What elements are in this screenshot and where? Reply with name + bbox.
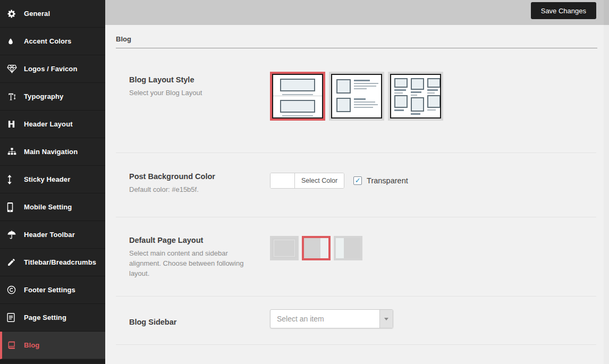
pencil-icon [7,258,20,267]
section-description: Default color: #e15b5f. [129,185,248,195]
color-picker-button[interactable]: Select Color [270,173,344,189]
vertical-scrollbar[interactable] [604,0,609,364]
scrollbar-thumb[interactable] [604,0,609,25]
sidebar-item-header-toolbar[interactable]: Header Toolbar [0,221,105,249]
section-default-page-layout: Default Page Layout Select main content … [116,217,596,297]
transparent-checkbox[interactable]: ✓ [353,176,362,185]
sidebar-item-logos-favicon[interactable]: Logos / Favicon [0,55,105,83]
select-color-label: Select Color [295,173,344,188]
umbrella-icon [7,230,20,240]
sidebar-item-blog[interactable]: Blog [0,332,105,359]
sidebar-next-item-partial [0,359,105,363]
sidebar-item-titlebar-breadcrumbs[interactable]: Titlebar/Breadcrumbs [0,249,105,276]
blog-layout-options [270,72,596,121]
mobile-icon [7,202,20,212]
sidebar-item-label: Main Navigation [24,148,78,156]
gem-icon [7,64,20,74]
arrows-vertical-icon [7,175,20,184]
panel-header: Blog [116,25,597,48]
sidebar-item-label: Accent Colors [24,37,71,45]
header-h-icon [7,120,20,129]
chevron-down-icon [384,318,388,320]
save-changes-button[interactable]: Save Changes [531,2,596,19]
page-layout-option-full-width[interactable] [270,236,299,260]
section-description: Select main content and sidebar alignmen… [129,249,248,279]
page-title: Blog [116,35,131,43]
sidebar-item-label: Footer Settings [24,286,75,294]
layout-thumbnail-grid [390,74,441,118]
blog-layout-option-large-image[interactable] [270,72,325,121]
droplet-icon [7,37,20,46]
topbar: Save Changes [105,0,604,25]
page-icon [7,313,20,323]
sidebar-item-header-layout[interactable]: Header Layout [0,111,105,138]
sidebar-item-label: Titlebar/Breadcrumbs [24,258,96,266]
transparent-label: Transparent [367,176,408,185]
section-description: Select your Blog Layout [129,88,248,98]
sidebar-item-label: Typography [24,92,63,100]
sidebar-item-label: Sticky Header [24,175,70,183]
blog-layout-option-grid[interactable] [388,72,443,121]
sitemap-icon [7,147,20,157]
settings-sidebar: General Accent Colors Logos / Favicon Ty… [0,0,105,364]
section-blog-sidebar: Blog Sidebar Select an item [116,297,596,345]
copyright-icon [7,285,20,295]
page-layout-option-sidebar-right[interactable] [302,236,331,260]
blog-sidebar-select[interactable]: Select an item [270,309,393,328]
section-control-column [270,217,596,296]
sidebar-item-general[interactable]: General [0,0,105,28]
sidebar-item-mobile-setting[interactable]: Mobile Setting [0,193,105,221]
sidebar-item-label: Header Layout [24,120,73,128]
section-label-column: Post Background Color Default color: #e1… [116,153,270,217]
sidebar-item-label: Mobile Setting [24,203,72,211]
blog-layout-option-medium-image[interactable] [329,72,384,121]
section-title: Default Page Layout [129,236,248,244]
section-label-column: Default Page Layout Select main content … [116,217,270,296]
section-post-background-color: Post Background Color Default color: #e1… [116,153,596,217]
page-layout-option-sidebar-left[interactable] [334,236,362,260]
sidebar-item-label: General [24,10,50,18]
gear-icon [7,9,20,19]
sidebar-item-label: Page Setting [24,314,66,321]
section-title: Blog Layout Style [129,75,248,84]
sidebar-item-label: Logos / Favicon [24,65,77,73]
section-control-column [270,48,596,153]
sidebar-item-accent-colors[interactable]: Accent Colors [0,28,105,55]
sidebar-item-typography[interactable]: Typography [0,83,105,111]
layout-thumbnail-large [272,74,323,118]
sidebar-item-label: Header Toolbar [24,231,75,239]
color-swatch [270,173,295,188]
book-icon [7,341,20,350]
check-icon: ✓ [355,177,361,184]
section-title: Post Background Color [129,172,248,181]
sidebar-item-sticky-header[interactable]: Sticky Header [0,166,105,193]
section-control-column: Select an item [270,297,596,344]
sidebar-item-label: Blog [24,341,39,349]
sidebar-item-main-navigation[interactable]: Main Navigation [0,138,105,166]
section-label-column: Blog Sidebar [116,297,270,344]
section-label-column: Blog Layout Style Select your Blog Layou… [116,48,270,153]
page-layout-options [270,236,596,260]
text-height-icon [7,92,20,101]
section-title: Blog Sidebar [129,318,248,326]
sidebar-item-page-setting[interactable]: Page Setting [0,304,105,332]
sidebar-item-footer-settings[interactable]: Footer Settings [0,276,105,304]
section-control-column: Select Color ✓ Transparent [270,153,596,217]
section-blog-layout-style: Blog Layout Style Select your Blog Layou… [116,48,596,153]
select-arrow-button[interactable] [379,310,393,328]
select-placeholder: Select an item [270,310,379,328]
layout-thumbnail-medium [331,74,382,118]
settings-panel: Blog Blog Layout Style Select your Blog … [105,25,604,364]
